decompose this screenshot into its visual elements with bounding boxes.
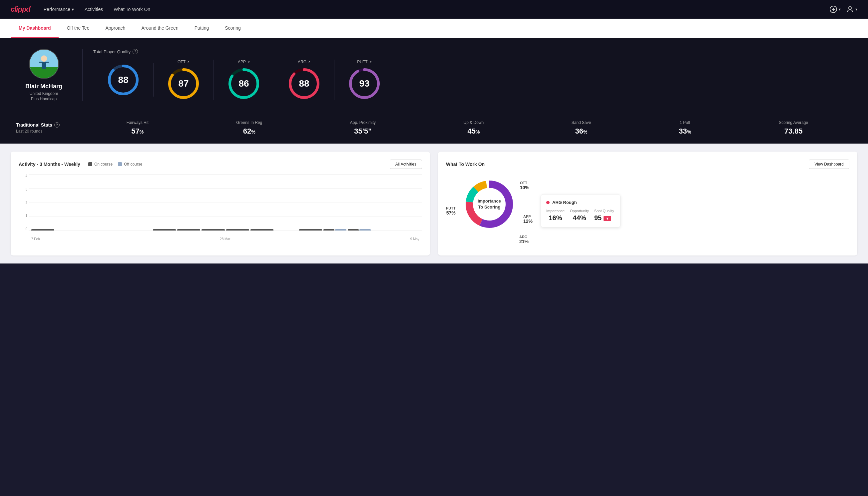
x-label-feb: 7 Feb <box>31 237 40 241</box>
stat-app-proximity: App. Proximity 35'5" <box>350 120 376 136</box>
y-label-2: 2 <box>19 201 29 204</box>
activity-card-header: Activity - 3 Months - Weekly On course O… <box>19 159 422 169</box>
score-rings: 88 OTT ↗ 87 AP <box>93 60 852 100</box>
stat-fairways-hit: Fairways Hit 57% <box>127 120 148 136</box>
nav-performance[interactable]: Performance ▾ <box>44 7 74 12</box>
bar-group <box>348 229 371 231</box>
svg-rect-8 <box>39 62 42 63</box>
nav-activities[interactable]: Activities <box>84 7 103 12</box>
tab-around-the-green[interactable]: Around the Green <box>133 19 186 38</box>
bar-on-course <box>177 229 200 231</box>
hero-section: Blair McHarg United Kingdom Plus Handica… <box>0 38 868 112</box>
legend-dot-on-course <box>88 162 92 166</box>
activity-legend: On course Off course <box>88 162 143 167</box>
work-card-header: What To Work On View Dashboard <box>446 159 849 169</box>
ring-ott: 87 <box>167 67 200 100</box>
score-card-ott: OTT ↗ 87 <box>154 60 214 100</box>
nav-links: Performance ▾ Activities What To Work On <box>44 7 816 12</box>
trad-label-section: Traditional Stats ? Last 20 rounds <box>16 122 83 134</box>
bar-on-course <box>251 229 273 231</box>
svg-text:Importance: Importance <box>478 199 501 203</box>
stat-sand-save: Sand Save 36% <box>571 120 591 136</box>
user-menu-button[interactable]: ▾ <box>846 5 857 13</box>
bar-group <box>299 229 322 231</box>
y-label-4: 4 <box>19 174 29 178</box>
svg-rect-5 <box>30 67 58 78</box>
trend-arrow-app: ↗ <box>247 60 250 64</box>
svg-rect-9 <box>45 62 49 63</box>
bar-on-course <box>202 229 224 231</box>
donut-label-arg: ARG 21% <box>519 235 528 244</box>
score-card-app: APP ↗ 86 <box>214 60 274 100</box>
trend-arrow-putt: ↗ <box>369 60 372 64</box>
score-label-putt: PUTT ↗ <box>357 60 372 64</box>
tab-off-the-tee[interactable]: Off the Tee <box>59 19 97 38</box>
player-name: Blair McHarg <box>25 83 62 90</box>
stat-1-putt: 1 Putt 33% <box>679 120 691 136</box>
score-label-ott: OTT ↗ <box>177 60 190 64</box>
x-label-mar: 28 Mar <box>220 237 230 241</box>
arg-metric-opportunity: Opportunity 44% <box>570 209 589 222</box>
ring-app: 86 <box>227 67 261 100</box>
legend-off-course: Off course <box>118 162 142 167</box>
trad-title: Traditional Stats ? <box>16 122 83 128</box>
ring-putt: 93 <box>348 67 381 100</box>
traditional-stats: Traditional Stats ? Last 20 rounds Fairw… <box>0 112 868 143</box>
bar-group <box>31 229 54 231</box>
view-dashboard-button[interactable]: View Dashboard <box>809 159 849 169</box>
trad-subtitle: Last 20 rounds <box>16 129 83 134</box>
work-card: What To Work On View Dashboard PUTT 57% <box>438 152 857 255</box>
nav-what-to-work-on[interactable]: What To Work On <box>114 7 150 12</box>
svg-rect-7 <box>42 62 46 68</box>
tab-scoring[interactable]: Scoring <box>217 19 249 38</box>
tpq-help-icon[interactable]: ? <box>132 49 138 54</box>
shot-quality-badge: ▼ <box>603 216 611 221</box>
svg-point-3 <box>849 7 851 9</box>
tab-my-dashboard[interactable]: My Dashboard <box>11 19 59 38</box>
score-value-ott: 87 <box>178 78 189 89</box>
y-label-0: 0 <box>19 227 29 231</box>
bar-on-course <box>153 229 176 231</box>
score-value-putt: 93 <box>359 78 369 89</box>
ring-arg: 88 <box>287 67 321 100</box>
arg-metrics: Importance 16% Opportunity 44% Shot Qual… <box>546 209 615 222</box>
tab-approach[interactable]: Approach <box>97 19 133 38</box>
bar-on-course <box>323 229 335 231</box>
arg-metric-importance: Importance 16% <box>546 209 565 222</box>
chevron-down-icon: ▾ <box>72 7 74 12</box>
score-value-total: 88 <box>118 75 128 85</box>
score-card-arg: ARG ↗ 88 <box>274 60 334 100</box>
avatar-image <box>30 50 58 78</box>
donut-svg: Importance To Scoring <box>463 177 516 231</box>
score-card-putt: PUTT ↗ 93 <box>334 60 394 100</box>
add-button[interactable]: ▾ <box>830 5 841 13</box>
bar-group <box>202 229 224 231</box>
all-activities-button[interactable]: All Activities <box>390 159 422 169</box>
bar-on-course <box>31 229 54 231</box>
y-label-3: 3 <box>19 188 29 191</box>
bar-chart: 4 3 2 1 0 7 Feb <box>19 174 422 241</box>
bar-on-course <box>299 229 322 231</box>
bar-off-course <box>359 229 371 231</box>
bottom-section: Activity - 3 Months - Weekly On course O… <box>0 143 868 263</box>
donut-chart-wrapper: PUTT 57% Importance <box>446 174 533 248</box>
logo[interactable]: clippd <box>11 5 30 14</box>
nav-right: ▾ ▾ <box>830 5 857 13</box>
bar-off-course <box>335 229 346 231</box>
score-value-arg: 88 <box>299 78 309 89</box>
player-country: United Kingdom <box>30 91 58 96</box>
arg-popup: ARG Rough Importance 16% Opportunity 44%… <box>541 194 620 228</box>
top-nav: clippd Performance ▾ Activities What To … <box>0 0 868 19</box>
tab-putting[interactable]: Putting <box>187 19 217 38</box>
donut-label-app: APP 12% <box>523 215 533 224</box>
score-value-app: 86 <box>238 78 249 89</box>
stat-scoring-avg: Scoring Average 73.85 <box>779 120 808 136</box>
bar-on-course <box>348 229 359 231</box>
x-label-may: 9 May <box>410 237 419 241</box>
trend-arrow-ott: ↗ <box>187 60 190 64</box>
trad-help-icon[interactable]: ? <box>54 122 60 128</box>
activity-card-title: Activity - 3 Months - Weekly <box>19 161 80 167</box>
donut-section: PUTT 57% Importance <box>446 174 849 248</box>
bar-on-course <box>226 229 249 231</box>
bar-group <box>153 229 176 231</box>
